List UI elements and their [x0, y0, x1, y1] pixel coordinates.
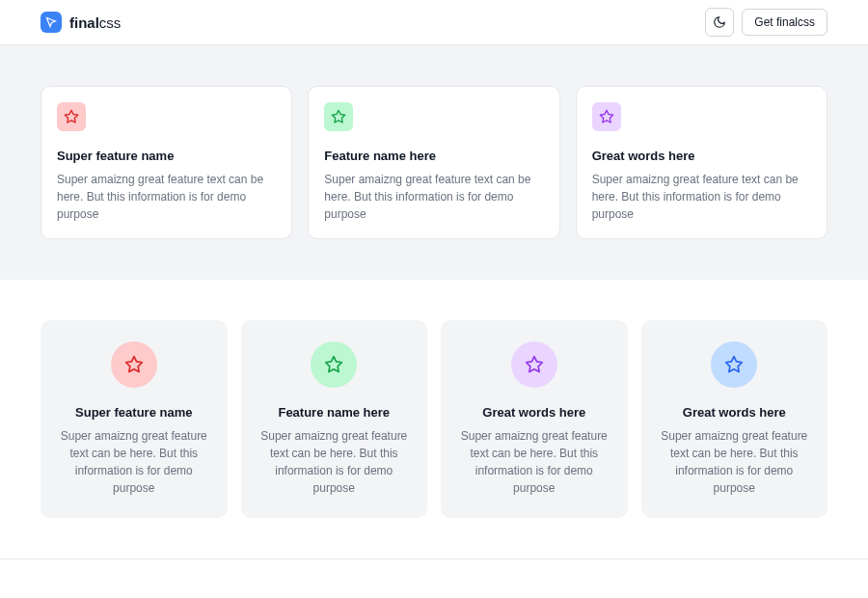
- header-actions: Get finalcss: [705, 8, 827, 37]
- brand-name: finalcss: [69, 14, 121, 31]
- feature-description: Super amaizng great feature text can be …: [255, 427, 415, 497]
- star-icon: [599, 109, 614, 124]
- feature-card: Super feature nameSuper amaizng great fe…: [41, 86, 292, 239]
- feature-icon-badge: [592, 102, 621, 131]
- star-icon: [64, 109, 79, 124]
- feature-title: Great words here: [454, 405, 614, 420]
- feature-icon-circle: [311, 341, 357, 388]
- brand-logo: [41, 12, 62, 33]
- feature-card: Great words hereSuper amaizng great feat…: [576, 86, 827, 239]
- feature-description: Super amaizng great feature text can be …: [54, 427, 214, 497]
- feature-icon-circle: [111, 341, 157, 388]
- feature-title: Super feature name: [54, 405, 214, 420]
- svg-marker-3: [125, 357, 142, 372]
- feature-description: Super amaizng great feature text can be …: [454, 427, 614, 497]
- feature-title: Feature name here: [255, 405, 415, 420]
- svg-marker-2: [600, 110, 612, 122]
- star-icon: [324, 355, 343, 374]
- star-icon: [724, 355, 744, 374]
- feature-card: Great words hereSuper amaizng great feat…: [641, 320, 828, 518]
- feature-icon-badge: [57, 102, 86, 131]
- feature-title: Super feature name: [57, 149, 276, 163]
- feature-description: Super amaizng great feature text can be …: [57, 171, 276, 223]
- svg-marker-6: [726, 357, 743, 372]
- get-finalcss-button[interactable]: Get finalcss: [742, 9, 827, 36]
- star-icon: [124, 355, 144, 374]
- page-header: finalcss Get finalcss: [0, 0, 868, 45]
- feature-title: Great words here: [592, 149, 811, 163]
- feature-title: Feature name here: [324, 149, 543, 163]
- feature-description: Super amaizng great feature text can be …: [655, 427, 815, 497]
- svg-marker-4: [326, 357, 342, 372]
- star-icon: [525, 355, 544, 374]
- features-section-3: Something very coolSuper amaizng great f…: [0, 558, 868, 598]
- feature-icon-badge: [324, 102, 353, 131]
- feature-icon-circle: [511, 341, 557, 388]
- feature-title: Great words here: [655, 405, 815, 420]
- feature-card: Super feature nameSuper amaizng great fe…: [41, 320, 228, 518]
- features-section-1: Super feature nameSuper amaizng great fe…: [0, 45, 868, 280]
- svg-marker-1: [333, 110, 345, 122]
- star-icon: [331, 109, 346, 124]
- theme-toggle-button[interactable]: [705, 8, 734, 37]
- feature-description: Super amaizng great feature text can be …: [324, 171, 543, 223]
- svg-marker-0: [65, 110, 77, 122]
- feature-card: Feature name hereSuper amaizng great fea…: [241, 320, 428, 518]
- moon-icon: [713, 15, 726, 29]
- svg-marker-5: [526, 357, 542, 372]
- feature-description: Super amaizng great feature text can be …: [592, 171, 811, 223]
- feature-card: Great words hereSuper amaizng great feat…: [441, 320, 628, 518]
- feature-card: Feature name hereSuper amaizng great fea…: [308, 86, 559, 239]
- feature-icon-circle: [711, 341, 757, 388]
- features-section-2: Super feature nameSuper amaizng great fe…: [0, 280, 868, 558]
- brand[interactable]: finalcss: [41, 12, 121, 33]
